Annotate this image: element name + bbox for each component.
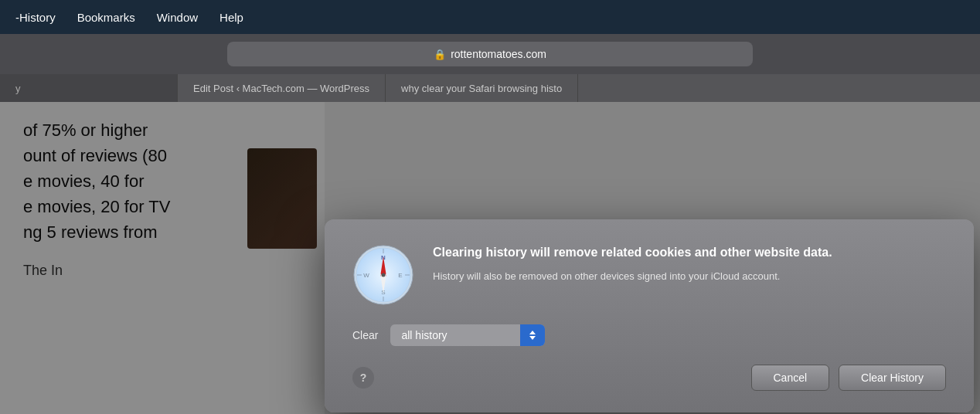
safari-icon: N S E W xyxy=(352,244,414,306)
tab-first[interactable]: y xyxy=(0,74,178,102)
history-select-wrapper[interactable]: all history today today and yesterday th… xyxy=(390,324,545,346)
clear-label: Clear xyxy=(352,329,378,341)
svg-text:E: E xyxy=(398,272,402,279)
menu-bar: -History Bookmarks Window Help xyxy=(0,0,980,34)
tab-bar: y Edit Post ‹ MacTech.com — WordPress wh… xyxy=(0,74,980,102)
svg-point-12 xyxy=(382,273,386,277)
content-area: of 75% or higher ount of reviews (80 e m… xyxy=(0,102,980,414)
url-bar-area: 🔒 rottentomatoes.com xyxy=(0,34,980,74)
menu-bookmarks[interactable]: Bookmarks xyxy=(77,11,135,24)
history-period-select[interactable]: all history today today and yesterday th… xyxy=(390,324,545,346)
tab-first-label: y xyxy=(15,83,21,94)
dialog-text-area: Clearing history will remove related coo… xyxy=(433,244,946,283)
menu-window[interactable]: Window xyxy=(157,11,198,24)
cancel-button[interactable]: Cancel xyxy=(751,365,830,391)
menu-history[interactable]: -History xyxy=(15,11,56,24)
clear-history-button[interactable]: Clear History xyxy=(839,365,946,391)
action-buttons: Cancel Clear History xyxy=(751,365,947,391)
menu-help[interactable]: Help xyxy=(219,11,243,24)
url-bar[interactable]: 🔒 rottentomatoes.com xyxy=(227,42,753,66)
dialog-buttons: ? Cancel Clear History xyxy=(352,365,946,391)
tab-wordpress[interactable]: Edit Post ‹ MacTech.com — WordPress xyxy=(178,74,386,102)
dialog-main-content: N S E W Clearing history will remove rel… xyxy=(352,244,946,306)
clear-history-dialog: N S E W Clearing history will remove rel… xyxy=(325,219,974,412)
url-text: rottentomatoes.com xyxy=(451,48,546,60)
tab-safari-history-label: why clear your Safari browsing histo xyxy=(401,83,562,94)
clear-row: Clear all history today today and yester… xyxy=(352,324,946,346)
dialog-title: Clearing history will remove related coo… xyxy=(433,244,946,261)
svg-text:W: W xyxy=(363,272,369,279)
lock-icon: 🔒 xyxy=(434,49,446,60)
tab-wordpress-label: Edit Post ‹ MacTech.com — WordPress xyxy=(193,83,369,94)
dialog-subtitle: History will also be removed on other de… xyxy=(433,269,946,284)
help-button[interactable]: ? xyxy=(352,367,374,389)
tab-safari-history[interactable]: why clear your Safari browsing histo xyxy=(386,74,578,102)
